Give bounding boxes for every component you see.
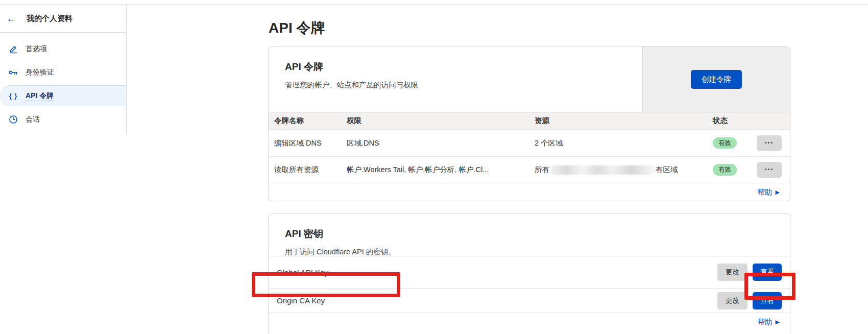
sidebar-item-label: 首选项 <box>26 44 47 54</box>
token-name: 编辑区域 DNS <box>274 138 347 148</box>
sidebar-item-label: 会话 <box>26 115 40 124</box>
column-header-status: 状态 <box>713 116 790 126</box>
pencil-icon <box>8 44 19 54</box>
token-resources: 所有 有区域 <box>535 165 713 175</box>
column-header-resources: 资源 <box>535 116 713 126</box>
tokens-help-link[interactable]: 帮助 ▶ <box>758 187 780 197</box>
sidebar-header: ← 我的个人资料 <box>0 5 126 33</box>
change-key-button[interactable]: 更改 <box>717 264 748 281</box>
create-token-panel: 创建令牌 <box>642 46 790 112</box>
help-link-label: 帮助 <box>758 187 773 197</box>
sidebar-item-api-tokens[interactable]: { } API 令牌 <box>0 85 126 106</box>
create-token-button[interactable]: 创建令牌 <box>691 70 742 89</box>
api-tokens-card-header: API 令牌 管理您的帐户、站点和产品的访问与权限 创建令牌 <box>269 46 790 112</box>
key-name: Global API Key <box>277 268 328 277</box>
tokens-table-header: 令牌名称 权限 资源 状态 <box>269 112 790 130</box>
column-header-token-name: 令牌名称 <box>274 116 347 126</box>
api-tokens-card-title: API 令牌 <box>285 60 642 74</box>
triangle-right-icon: ▶ <box>776 319 780 325</box>
token-permissions: 帐户.Workers Tail, 帐户.帐户分析, 帐户.Cl... <box>347 165 535 175</box>
global-api-key-row: Global API Key 更改 查看 <box>269 256 790 288</box>
resources-prefix: 所有 <box>535 165 549 175</box>
top-border <box>0 0 868 5</box>
triangle-right-icon: ▶ <box>776 189 780 195</box>
token-row-edit-zone-dns: 编辑区域 DNS 区域.DNS 2 个区域 有效 ••• <box>269 130 790 156</box>
api-keys-card-title: API 密钥 <box>285 227 790 241</box>
token-permissions: 区域.DNS <box>347 138 535 148</box>
status-badge: 有效 <box>713 164 737 175</box>
column-header-permissions: 权限 <box>347 116 535 126</box>
sidebar-item-authentication[interactable]: 身份验证 <box>0 62 126 83</box>
keys-help-link[interactable]: 帮助 ▶ <box>758 317 780 327</box>
api-tokens-card: API 令牌 管理您的帐户、站点和产品的访问与权限 创建令牌 令牌名称 权限 资… <box>268 46 790 201</box>
profile-sidebar: ← 我的个人资料 首选项 <box>0 5 127 134</box>
sidebar-item-preferences[interactable]: 首选项 <box>0 38 126 59</box>
page-title: API 令牌 <box>269 18 325 38</box>
status-badge: 有效 <box>713 137 737 149</box>
change-key-button[interactable]: 更改 <box>717 292 748 309</box>
redacted-account-name <box>551 165 654 175</box>
token-name: 读取所有资源 <box>274 165 347 175</box>
back-arrow-icon[interactable]: ← <box>6 13 16 23</box>
sidebar-title: 我的个人资料 <box>27 14 73 23</box>
token-row-read-all-resources: 读取所有资源 帐户.Workers Tail, 帐户.帐户分析, 帐户.Cl..… <box>269 156 790 183</box>
keys-card-footer: 帮助 ▶ <box>269 313 790 328</box>
sidebar-item-sessions[interactable]: 会话 <box>0 109 126 130</box>
sidebar-item-label: API 令牌 <box>26 91 54 101</box>
more-options-button[interactable]: ••• <box>757 135 782 151</box>
view-key-button[interactable]: 查看 <box>753 264 782 281</box>
token-resources: 2 个区域 <box>535 138 713 148</box>
profile-api-tokens-screen: ← 我的个人资料 首选项 <box>0 0 868 334</box>
tokens-card-footer: 帮助 ▶ <box>269 183 790 201</box>
sidebar-nav: 首选项 身份验证 { } API 令牌 <box>0 33 126 130</box>
help-link-label: 帮助 <box>758 317 773 327</box>
braces-icon: { } <box>8 92 19 100</box>
key-name: Origin CA Key <box>277 296 325 305</box>
key-icon <box>8 68 19 77</box>
sidebar-item-label: 身份验证 <box>26 68 54 77</box>
more-options-button[interactable]: ••• <box>757 162 782 178</box>
api-keys-card: API 密钥 用于访问 Cloudflare API 的密钥。 Global A… <box>268 213 790 334</box>
origin-ca-key-row: Origin CA Key 更改 查看 <box>269 288 790 313</box>
view-key-button[interactable]: 查看 <box>753 292 782 309</box>
clock-icon <box>8 115 19 124</box>
api-tokens-card-description: 管理您的帐户、站点和产品的访问与权限 <box>285 80 642 90</box>
resources-suffix: 有区域 <box>656 165 678 175</box>
